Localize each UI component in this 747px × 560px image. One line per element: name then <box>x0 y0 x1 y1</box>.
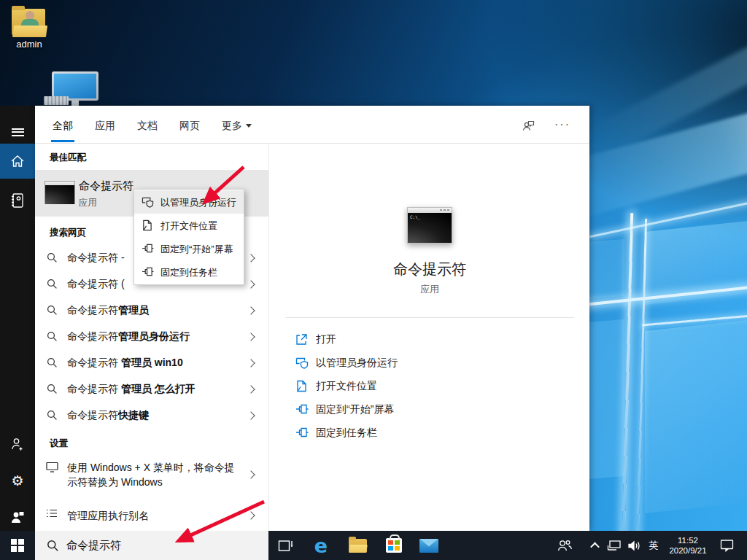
preview-subtitle: 应用 <box>269 283 590 296</box>
more-options-icon[interactable]: ··· <box>554 118 570 131</box>
rail-journal-button[interactable] <box>0 183 35 218</box>
search-flyout-panel: 全部 应用 文档 网页 更多 ··· 最佳匹配 命令提示符 应用 <box>35 106 589 531</box>
search-icon <box>47 331 58 342</box>
pin-icon <box>295 403 309 415</box>
file-explorer-icon <box>349 539 367 553</box>
settings-result-row[interactable]: 使用 Windows + X 菜单时，将命令提示符替换为 Windows <box>35 456 268 497</box>
preview-pane: C:\_ 命令提示符 应用 打开 以管理员身份运行 <box>268 144 589 531</box>
action-open-file-location[interactable]: 打开文件位置 <box>269 375 590 398</box>
network-icon <box>607 540 622 552</box>
chevron-right-icon[interactable] <box>247 280 255 288</box>
speaker-icon <box>627 540 642 552</box>
tab-apps[interactable]: 应用 <box>93 108 117 142</box>
windows-logo-pane <box>645 319 747 513</box>
action-pin-to-taskbar[interactable]: 固定到任务栏 <box>269 421 590 445</box>
start-button[interactable] <box>0 531 35 560</box>
open-icon <box>295 333 308 346</box>
context-menu-open-file-location[interactable]: 打开文件位置 <box>134 214 244 237</box>
clock-date: 2020/9/21 <box>669 545 706 556</box>
context-menu-pin-to-start[interactable]: 固定到“开始”屏幕 <box>134 237 244 260</box>
web-suggestion-row[interactable]: 命令提示符管理员 <box>35 298 268 324</box>
preview-title: 命令提示符 <box>269 260 590 279</box>
ime-indicator[interactable]: 英 <box>645 531 662 560</box>
web-suggestion-row[interactable]: 命令提示符 管理员 怎么打开 <box>35 376 268 402</box>
desktop-icon-admin[interactable]: admin <box>1 9 57 50</box>
chevron-right-icon[interactable] <box>247 254 255 262</box>
chevron-right-icon[interactable] <box>247 411 255 419</box>
context-menu-run-as-admin[interactable]: 以管理员身份运行 <box>134 190 244 214</box>
file-location-icon <box>295 380 307 392</box>
tab-more[interactable]: 更多 <box>220 108 253 142</box>
edge-icon: e <box>314 536 328 556</box>
action-pin-to-start[interactable]: 固定到“开始”屏幕 <box>269 398 590 421</box>
volume-button[interactable] <box>624 531 645 560</box>
journal-icon <box>10 192 25 209</box>
search-icon <box>47 410 58 421</box>
web-suggestion-row[interactable]: 命令提示符管理员身份运行 <box>35 324 268 350</box>
search-icon <box>47 279 58 289</box>
context-menu: 以管理员身份运行 打开文件位置 固定到“开始”屏幕 固定到任务栏 <box>133 189 244 285</box>
context-menu-pin-to-taskbar[interactable]: 固定到任务栏 <box>134 260 244 284</box>
action-run-as-admin[interactable]: 以管理员身份运行 <box>269 351 590 375</box>
microsoft-store-button[interactable] <box>378 531 410 560</box>
shield-admin-icon <box>295 357 309 369</box>
cmd-app-icon <box>44 181 75 204</box>
tab-documents[interactable]: 文档 <box>136 108 159 142</box>
chevron-up-icon <box>590 542 600 551</box>
file-explorer-button[interactable] <box>341 531 374 560</box>
section-settings: 设置 <box>35 429 268 456</box>
feedback-person-icon <box>10 510 25 524</box>
section-best-match: 最佳匹配 <box>35 144 268 170</box>
search-flyout-rail: ⚙ <box>0 106 35 560</box>
windows-logo-pane <box>588 239 624 299</box>
chevron-right-icon[interactable] <box>247 385 255 393</box>
shield-admin-icon <box>142 196 154 208</box>
taskbar-search-box[interactable]: 命令提示符 <box>35 531 268 560</box>
settings-result-row[interactable]: 管理应用执行别名 <box>35 502 268 529</box>
edge-browser-button[interactable]: e <box>305 531 337 560</box>
mail-button[interactable] <box>413 531 445 560</box>
feedback-icon[interactable] <box>521 117 535 132</box>
web-suggestion-row[interactable]: 命令提示符 管理员 win10 <box>35 350 268 376</box>
store-icon <box>386 538 402 553</box>
people-button[interactable] <box>551 531 578 560</box>
chevron-right-icon[interactable] <box>247 511 255 519</box>
chevron-right-icon[interactable] <box>247 332 255 341</box>
mail-icon <box>419 539 438 553</box>
action-center-button[interactable] <box>713 531 740 560</box>
action-open[interactable]: 打开 <box>269 328 590 351</box>
task-view-icon <box>278 539 294 553</box>
rail-home-button[interactable] <box>0 144 35 179</box>
action-center-icon <box>720 539 734 552</box>
search-icon <box>47 540 59 552</box>
tab-web[interactable]: 网页 <box>178 108 201 142</box>
user-folder-icon <box>12 9 47 36</box>
chevron-right-icon[interactable] <box>247 470 255 478</box>
web-suggestion-row[interactable]: 命令提示符快捷键 <box>35 402 268 429</box>
rail-settings-button[interactable]: ⚙ <box>0 463 35 498</box>
chevron-down-icon <box>246 124 252 128</box>
rail-account-button[interactable] <box>0 427 35 462</box>
network-button[interactable] <box>604 531 624 560</box>
divider <box>285 317 574 318</box>
rail-feedback-button[interactable] <box>0 499 35 534</box>
search-tabs-header: 全部 应用 文档 网页 更多 ··· <box>35 106 589 144</box>
preview-actions: 打开 以管理员身份运行 打开文件位置 <box>269 328 590 445</box>
pin-icon <box>295 427 309 438</box>
tray-expand-button[interactable] <box>585 531 604 560</box>
chevron-right-icon[interactable] <box>247 359 255 367</box>
file-location-icon <box>142 219 152 231</box>
windows-logo-pane <box>588 319 624 479</box>
clock[interactable]: 11:52 2020/9/21 <box>662 531 713 560</box>
search-icon <box>47 252 58 263</box>
desktop-icon-this-pc[interactable] <box>42 71 108 110</box>
gear-icon: ⚙ <box>11 472 23 489</box>
task-view-button[interactable] <box>270 531 302 560</box>
chevron-right-icon[interactable] <box>247 306 255 314</box>
keyboard-icon <box>44 96 69 105</box>
desktop-icon-label: admin <box>1 39 57 50</box>
user-add-icon <box>10 437 25 451</box>
search-tabs: 全部 应用 文档 网页 更多 <box>51 106 253 144</box>
tab-all[interactable]: 全部 <box>51 108 74 142</box>
people-icon <box>557 539 573 552</box>
